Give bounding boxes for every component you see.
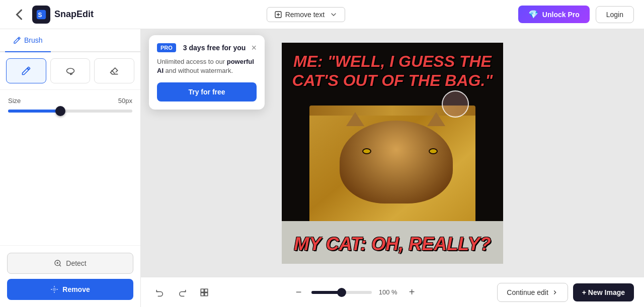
tab-brush-label: Brush bbox=[24, 36, 43, 44]
sidebar-bottom: Detect Remove bbox=[0, 245, 140, 307]
cat-ear-right bbox=[427, 112, 445, 126]
sidebar: Brush bbox=[0, 29, 141, 307]
svg-rect-9 bbox=[205, 289, 208, 292]
remove-button[interactable]: Remove bbox=[7, 279, 133, 300]
cat-face bbox=[340, 121, 453, 203]
size-value: 50px bbox=[118, 97, 132, 105]
canvas-bottom-center: − 100 % + bbox=[291, 285, 420, 300]
popup-description: Unlimited access to our powerful AI and … bbox=[157, 57, 257, 75]
svg-point-7 bbox=[53, 288, 56, 290]
slider-thumb[interactable] bbox=[55, 106, 65, 116]
popup-title: 3 days free for you bbox=[183, 44, 246, 52]
remove-label: Remove bbox=[62, 285, 90, 293]
unlock-pro-button[interactable]: 💎 Unlock Pro bbox=[518, 6, 590, 23]
header-center: Remove text bbox=[267, 7, 346, 22]
canvas-bottom-right: Continue edit + New Image bbox=[497, 283, 634, 302]
undo-button[interactable] bbox=[151, 283, 169, 301]
back-button[interactable] bbox=[10, 6, 28, 24]
unlock-pro-label: Unlock Pro bbox=[542, 11, 580, 19]
eraser-tool-button[interactable] bbox=[94, 58, 134, 83]
sidebar-spacer bbox=[0, 120, 140, 245]
remove-text-button[interactable]: Remove text bbox=[267, 7, 346, 22]
detect-label: Detect bbox=[66, 259, 86, 267]
meme-bottom-text: MY CAT: OH, REALLY? bbox=[282, 234, 503, 255]
zoom-in-button[interactable]: + bbox=[405, 285, 420, 300]
tab-brush[interactable]: Brush bbox=[5, 29, 51, 52]
svg-text:S: S bbox=[38, 11, 42, 18]
zoom-value: 100 % bbox=[377, 288, 399, 296]
popup-close-button[interactable]: × bbox=[251, 43, 257, 52]
bag-top bbox=[309, 106, 475, 116]
new-image-button[interactable]: + New Image bbox=[573, 283, 634, 301]
cat-ear-left bbox=[346, 112, 364, 126]
sidebar-tabs: Brush bbox=[0, 29, 140, 52]
main-area: Brush bbox=[0, 29, 644, 307]
meme-image[interactable]: ME: "WELL, I GUESS THE CAT'S OUT OF THE … bbox=[282, 43, 503, 264]
brush-tool-button[interactable] bbox=[6, 58, 46, 83]
slider-fill bbox=[8, 110, 60, 113]
try-free-button[interactable]: Try for free bbox=[157, 82, 257, 101]
canvas-area: PRO 3 days free for you × Unlimited acce… bbox=[141, 29, 644, 307]
svg-rect-11 bbox=[205, 292, 208, 295]
zoom-slider[interactable] bbox=[311, 291, 372, 294]
pro-badge: PRO bbox=[157, 43, 176, 52]
zoom-slider-thumb[interactable] bbox=[337, 288, 346, 297]
lasso-tool-button[interactable] bbox=[50, 58, 91, 83]
cat-eye-left bbox=[362, 148, 371, 154]
layout-button[interactable] bbox=[195, 283, 213, 301]
size-slider[interactable] bbox=[8, 110, 132, 113]
pro-popup: PRO 3 days free for you × Unlimited acce… bbox=[149, 35, 265, 110]
svg-rect-10 bbox=[201, 292, 204, 295]
remove-text-label: Remove text bbox=[285, 11, 325, 19]
cat-eye-right bbox=[429, 148, 438, 154]
canvas-bottom-bar: − 100 % + Continue edit + New Image bbox=[141, 277, 644, 307]
app-name: SnapEdit bbox=[54, 9, 94, 20]
detect-button[interactable]: Detect bbox=[7, 253, 133, 274]
zoom-out-button[interactable]: − bbox=[291, 285, 306, 300]
gem-icon: 💎 bbox=[528, 10, 538, 19]
svg-point-5 bbox=[66, 68, 74, 73]
app-header: S SnapEdit Remove text 💎 Unlock Pro Logi… bbox=[0, 0, 644, 29]
header-right: 💎 Unlock Pro Login bbox=[518, 6, 634, 23]
redo-button[interactable] bbox=[173, 283, 191, 301]
header-left: S SnapEdit bbox=[10, 6, 94, 24]
canvas-bottom-left bbox=[151, 283, 213, 301]
popup-header: PRO 3 days free for you × bbox=[157, 43, 257, 52]
svg-rect-8 bbox=[201, 289, 204, 292]
meme-top-text: ME: "WELL, I GUESS THE CAT'S OUT OF THE … bbox=[282, 52, 503, 90]
image-container: ME: "WELL, I GUESS THE CAT'S OUT OF THE … bbox=[282, 43, 503, 264]
sidebar-size-control: Size 50px bbox=[0, 90, 140, 120]
size-label: Size bbox=[8, 97, 21, 105]
sidebar-tools bbox=[0, 52, 140, 90]
login-button[interactable]: Login bbox=[596, 6, 634, 23]
app-logo: S bbox=[32, 6, 50, 24]
continue-edit-label: Continue edit bbox=[507, 288, 548, 296]
continue-edit-button[interactable]: Continue edit bbox=[497, 283, 568, 302]
new-image-label: + New Image bbox=[582, 288, 625, 296]
canvas-content[interactable]: PRO 3 days free for you × Unlimited acce… bbox=[141, 29, 644, 277]
